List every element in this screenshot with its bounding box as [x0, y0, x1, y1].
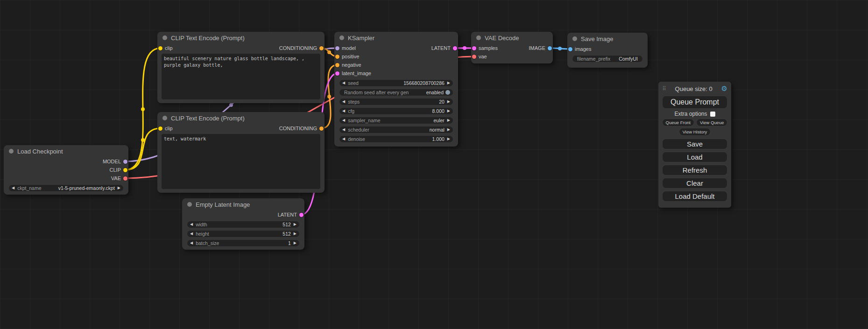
clip-input-dot[interactable]	[158, 46, 162, 50]
increment-arrow-icon[interactable]: ▶	[294, 232, 296, 236]
view-queue-button[interactable]: View Queue	[696, 119, 728, 126]
output-slot-image[interactable]: IMAGE	[529, 45, 552, 51]
input-slot-positive[interactable]: positive	[335, 54, 359, 59]
refresh-button[interactable]: Refresh	[662, 165, 727, 175]
node-clip-text-encode-negative[interactable]: CLIP Text Encode (Prompt) clip CONDITION…	[157, 112, 325, 193]
latent-output-dot[interactable]	[453, 46, 457, 50]
input-slot-negative[interactable]: negative	[335, 62, 361, 68]
conditioning-output-dot[interactable]	[319, 126, 324, 131]
queue-prompt-button[interactable]: Queue Prompt	[662, 96, 727, 109]
output-slot-latent[interactable]: LATENT	[431, 45, 457, 51]
output-slot-model[interactable]: MODEL	[103, 159, 127, 164]
decrement-arrow-icon[interactable]: ◀	[190, 241, 193, 245]
decrement-arrow-icon[interactable]: ◀	[190, 223, 193, 226]
node-vae-decode[interactable]: VAE Decode samples IMAGE vae	[471, 32, 553, 63]
prompt-textarea[interactable]: text, watermark	[162, 134, 320, 189]
next-arrow-icon[interactable]: ▶	[447, 119, 450, 122]
node-save-image[interactable]: Save Image images filename_prefix ComfyU…	[567, 33, 648, 68]
node-load-checkpoint[interactable]: Load Checkpoint MODEL CLIP VAE ◀ ckpt_na…	[4, 145, 128, 195]
next-arrow-icon[interactable]: ▶	[118, 186, 120, 190]
latent-output-dot[interactable]	[299, 213, 303, 217]
clip-output-dot[interactable]	[123, 168, 127, 172]
node-title-bar[interactable]: Save Image	[567, 33, 648, 45]
input-slot-model[interactable]: model	[335, 45, 356, 51]
node-title-bar[interactable]: VAE Decode	[471, 32, 553, 44]
node-empty-latent-image[interactable]: Empty Latent Image LATENT ◀ width 512 ▶ …	[182, 198, 304, 250]
node-title-bar[interactable]: CLIP Text Encode (Prompt)	[157, 32, 325, 44]
increment-arrow-icon[interactable]: ▶	[447, 137, 450, 141]
next-arrow-icon[interactable]: ▶	[447, 128, 450, 132]
output-slot-conditioning[interactable]: CONDITIONING	[279, 45, 324, 51]
decrement-arrow-icon[interactable]: ◀	[342, 137, 345, 141]
increment-arrow-icon[interactable]: ▶	[447, 100, 450, 104]
collapse-dot[interactable]	[162, 116, 167, 120]
image-output-dot[interactable]	[548, 46, 552, 50]
images-input-dot[interactable]	[568, 47, 572, 51]
model-input-dot[interactable]	[335, 46, 339, 50]
clear-button[interactable]: Clear	[662, 178, 727, 189]
widget-scheduler[interactable]: ◀ scheduler normal ▶	[339, 126, 453, 133]
collapse-dot[interactable]	[339, 35, 344, 40]
widget-steps[interactable]: ◀ steps 20 ▶	[339, 98, 453, 105]
output-slot-vae[interactable]: VAE	[111, 175, 127, 181]
widget-batch-size[interactable]: ◀ batch_size 1 ▶	[187, 239, 300, 247]
increment-arrow-icon[interactable]: ▶	[294, 241, 296, 245]
widget-ckpt-name[interactable]: ◀ ckpt_name v1-5-pruned-emaonly.ckpt ▶	[8, 184, 124, 192]
node-ksampler[interactable]: KSampler model LATENT positive negative …	[334, 32, 458, 147]
collapse-dot[interactable]	[162, 35, 167, 40]
positive-input-dot[interactable]	[335, 55, 339, 59]
increment-arrow-icon[interactable]: ▶	[294, 223, 296, 226]
load-default-button[interactable]: Load Default	[662, 191, 727, 202]
decrement-arrow-icon[interactable]: ◀	[190, 232, 193, 236]
input-slot-clip[interactable]: clip	[158, 45, 173, 51]
decrement-arrow-icon[interactable]: ◀	[342, 100, 345, 104]
conditioning-output-dot[interactable]	[319, 46, 324, 50]
node-title-bar[interactable]: CLIP Text Encode (Prompt)	[157, 112, 325, 124]
load-button[interactable]: Load	[662, 152, 727, 162]
view-history-button[interactable]: View History	[679, 128, 711, 136]
clip-input-dot[interactable]	[158, 126, 162, 131]
toggle-on-dot[interactable]	[445, 90, 450, 95]
collapse-dot[interactable]	[476, 35, 481, 40]
collapse-dot[interactable]	[187, 202, 192, 207]
output-slot-latent[interactable]: LATENT	[278, 212, 303, 217]
node-clip-text-encode-positive[interactable]: CLIP Text Encode (Prompt) clip CONDITION…	[157, 32, 325, 103]
input-slot-vae[interactable]: vae	[472, 54, 487, 59]
input-slot-samples[interactable]: samples	[472, 45, 498, 51]
widget-cfg[interactable]: ◀ cfg 8.000 ▶	[339, 107, 453, 115]
prev-arrow-icon[interactable]: ◀	[342, 128, 345, 132]
increment-arrow-icon[interactable]: ▶	[447, 81, 450, 85]
latent-image-input-dot[interactable]	[335, 71, 339, 76]
samples-input-dot[interactable]	[472, 46, 476, 50]
save-button[interactable]: Save	[662, 139, 727, 149]
prev-arrow-icon[interactable]: ◀	[342, 119, 345, 122]
vae-output-dot[interactable]	[123, 176, 127, 181]
node-title-bar[interactable]: KSampler	[334, 32, 458, 44]
decrement-arrow-icon[interactable]: ◀	[342, 109, 345, 113]
vae-input-dot[interactable]	[472, 55, 476, 59]
input-slot-latent-image[interactable]: latent_image	[335, 70, 371, 76]
widget-seed[interactable]: ◀ seed 156680208700286 ▶	[339, 79, 453, 87]
model-output-dot[interactable]	[123, 160, 127, 164]
widget-sampler-name[interactable]: ◀ sampler_name euler ▶	[339, 117, 453, 124]
prev-arrow-icon[interactable]: ◀	[12, 186, 14, 190]
widget-denoise[interactable]: ◀ denoise 1.000 ▶	[339, 135, 453, 143]
prompt-textarea[interactable]: beautiful scenery nature glass bottle la…	[162, 54, 320, 99]
negative-input-dot[interactable]	[335, 63, 339, 67]
widget-height[interactable]: ◀ height 512 ▶	[187, 230, 300, 238]
widget-filename-prefix[interactable]: filename_prefix ComfyUI	[572, 55, 643, 63]
increment-arrow-icon[interactable]: ▶	[447, 109, 450, 113]
extra-options-checkbox[interactable]	[710, 112, 715, 117]
queue-front-button[interactable]: Queue Front	[662, 119, 694, 126]
collapse-dot[interactable]	[572, 36, 577, 41]
input-slot-images[interactable]: images	[568, 46, 591, 52]
widget-random-seed-toggle[interactable]: Random seed after every gen enabled	[339, 89, 453, 96]
drag-handle-icon[interactable]: ⠿	[662, 85, 666, 92]
node-title-bar[interactable]: Empty Latent Image	[182, 198, 304, 210]
input-slot-clip[interactable]: clip	[158, 126, 173, 131]
decrement-arrow-icon[interactable]: ◀	[342, 81, 345, 85]
widget-width[interactable]: ◀ width 512 ▶	[187, 221, 300, 228]
collapse-dot[interactable]	[9, 149, 14, 154]
node-title-bar[interactable]: Load Checkpoint	[4, 145, 128, 157]
output-slot-clip[interactable]: CLIP	[110, 167, 127, 173]
